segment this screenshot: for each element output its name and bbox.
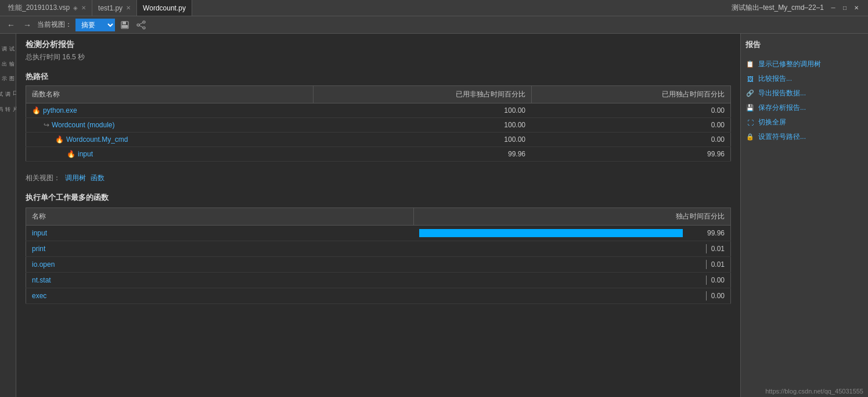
tab-test1-label: test1.py <box>98 4 123 12</box>
col-name: 名称 <box>26 208 414 226</box>
bar-separator <box>706 291 707 301</box>
top-func-bar-cell: 0.00 <box>413 288 730 304</box>
top-func-name[interactable]: io.open <box>26 257 414 273</box>
window-title-bar: 测试输出–test_My_cmd–22–1 ─ □ ✕ <box>192 3 866 13</box>
svg-rect-2 <box>122 25 128 28</box>
svg-rect-1 <box>123 22 126 24</box>
hot-path-row: 🔥input 99.96 99.96 <box>26 147 731 162</box>
top-functions-header: 名称 独占时间百分比 <box>26 208 731 226</box>
hot-path-func-name[interactable]: 🔥Wordcount.My_cmd <box>26 133 314 147</box>
bottom-url: https://blog.csdn.net/qq_45031555 <box>765 388 863 395</box>
tab-vsp-icon: ◈ <box>73 5 78 11</box>
bar-separator <box>706 276 707 285</box>
right-panel-item-compare-report[interactable]: 🖼 比较报告... <box>745 71 863 86</box>
current-view-label: 当前视图： <box>37 20 72 30</box>
svg-line-7 <box>139 26 143 27</box>
top-functions-section: 执行单个工作最多的函数 名称 独占时间百分比 input <box>26 192 731 304</box>
col-func-name: 函数名称 <box>26 86 314 103</box>
top-func-bar-cell: 0.01 <box>413 241 730 257</box>
top-func-value: 0.01 <box>711 245 725 253</box>
tab-vsp-label: 性能_20191013.vsp <box>8 3 70 13</box>
report-title: 检测分析报告 <box>26 40 731 50</box>
top-func-value: 0.00 <box>711 276 725 284</box>
right-panel-item-set-symbol-path[interactable]: 🔒 设置符号路径... <box>745 130 863 144</box>
hot-path-non-exclusive: 100.00 <box>314 103 531 118</box>
right-panel-icon-compare-report: 🖼 <box>745 74 755 84</box>
right-panel-label-fullscreen: 切换全屏 <box>758 117 786 127</box>
bar-separator <box>706 260 707 269</box>
right-panel-label-show-call-tree: 显示已修整的调用树 <box>758 59 821 69</box>
right-panel-item-save-report[interactable]: 💾 保存分析报告... <box>745 101 863 115</box>
tab-wordcount[interactable]: Wordcount.py <box>137 0 192 16</box>
right-panel-item-fullscreen[interactable]: ⛶ 切换全屏 <box>745 115 863 130</box>
hot-path-header: 函数名称 已用非独占时间百分比 已用独占时间百分比 <box>26 86 731 103</box>
back-button[interactable]: ← <box>5 19 17 31</box>
save-toolbar-button[interactable] <box>118 19 131 31</box>
tab-test1-close[interactable]: ✕ <box>126 5 131 11</box>
hot-path-title: 热路径 <box>26 71 731 82</box>
right-panel-item-export-data[interactable]: 🔗 导出报告数据... <box>745 86 863 101</box>
svg-point-3 <box>143 21 145 23</box>
sidebar-icon-1[interactable]: 输出 <box>1 51 15 63</box>
right-panel-icon-export-data: 🔗 <box>745 89 755 98</box>
right-panel-label-save-report: 保存分析报告... <box>758 103 806 113</box>
related-label: 相关视图： <box>26 173 60 183</box>
top-func-row: input 99.96 <box>26 226 731 241</box>
tab-wordcount-label: Wordcount.py <box>143 4 186 12</box>
progress-bar <box>419 229 683 237</box>
svg-point-4 <box>137 24 139 26</box>
forward-button[interactable]: → <box>21 19 34 31</box>
main-container: 测试调试 输出 图示 串口调试器 图片转码器 检测分析报告 总执行时间 16.5… <box>0 34 868 397</box>
top-func-bar-cell: 0.00 <box>413 273 730 288</box>
top-func-row: exec 0.00 <box>26 288 731 304</box>
top-func-name[interactable]: exec <box>26 288 414 304</box>
right-panel-icon-set-symbol-path: 🔒 <box>745 133 755 142</box>
hot-path-func-name[interactable]: ↪Wordcount (module) <box>26 118 314 133</box>
maximize-button[interactable]: □ <box>840 3 849 13</box>
hot-path-func-name[interactable]: 🔥input <box>26 147 314 162</box>
share-toolbar-button[interactable] <box>135 19 147 31</box>
hot-path-row: ↪Wordcount (module) 100.00 0.00 <box>26 118 731 133</box>
hot-path-section: 热路径 函数名称 已用非独占时间百分比 已用独占时间百分比 🔥python.ex… <box>26 71 731 162</box>
tab-vsp-close[interactable]: ✕ <box>81 5 86 11</box>
flame-icon: 🔥 <box>32 106 41 115</box>
top-func-bar-cell: 99.96 <box>413 226 730 241</box>
col-exclusive: 已用独占时间百分比 <box>531 86 730 103</box>
svg-line-6 <box>139 23 143 24</box>
tab-test1[interactable]: test1.py ✕ <box>92 0 137 16</box>
related-link-calltree[interactable]: 调用树 <box>65 173 86 183</box>
content-area: 检测分析报告 总执行时间 16.5 秒 热路径 函数名称 已用非独占时间百分比 … <box>16 34 740 397</box>
top-func-row: nt.stat 0.00 <box>26 273 731 288</box>
tab-vsp[interactable]: 性能_20191013.vsp ◈ ✕ <box>2 0 92 16</box>
svg-point-5 <box>143 27 145 29</box>
hot-path-exclusive: 0.00 <box>531 103 730 118</box>
top-func-bar-cell: 0.01 <box>413 257 730 273</box>
sidebar-icon-2[interactable]: 图示 <box>1 66 15 78</box>
close-button[interactable]: ✕ <box>852 3 861 13</box>
top-func-name[interactable]: print <box>26 241 414 257</box>
right-panel-icon-fullscreen: ⛶ <box>745 118 755 127</box>
related-link-functions[interactable]: 函数 <box>91 173 105 183</box>
hot-path-func-name[interactable]: 🔥python.exe <box>26 103 314 118</box>
hot-path-exclusive: 0.00 <box>531 133 730 147</box>
left-sidebar: 测试调试 输出 图示 串口调试器 图片转码器 <box>0 34 16 397</box>
window-controls: ─ □ ✕ <box>829 3 861 13</box>
sidebar-icon-3[interactable]: 串口调试器 <box>1 81 15 93</box>
top-functions-title: 执行单个工作最多的函数 <box>26 192 731 203</box>
top-func-value: 0.00 <box>711 292 725 300</box>
sidebar-icon-4[interactable]: 图片转码器 <box>1 96 15 108</box>
toolbar: ← → 当前视图： 摘要 调用树 函数 <box>0 16 868 34</box>
top-func-name[interactable]: input <box>26 226 414 241</box>
right-panel-item-show-call-tree[interactable]: 📋 显示已修整的调用树 <box>745 57 863 71</box>
hot-path-non-exclusive: 100.00 <box>314 118 531 133</box>
view-select[interactable]: 摘要 调用树 函数 <box>75 19 115 31</box>
top-functions-table: 名称 独占时间百分比 input 99.96 <box>26 208 731 304</box>
top-func-row: print 0.01 <box>26 241 731 257</box>
window-title: 测试输出–test_My_cmd–22–1 <box>732 3 824 13</box>
report-subtitle: 总执行时间 16.5 秒 <box>26 52 731 62</box>
right-panel-label-export-data: 导出报告数据... <box>758 88 806 98</box>
sidebar-icon-0[interactable]: 测试调试 <box>1 36 15 48</box>
hot-path-row: 🔥Wordcount.My_cmd 100.00 0.00 <box>26 133 731 147</box>
top-func-name[interactable]: nt.stat <box>26 273 414 288</box>
minimize-button[interactable]: ─ <box>829 3 838 13</box>
